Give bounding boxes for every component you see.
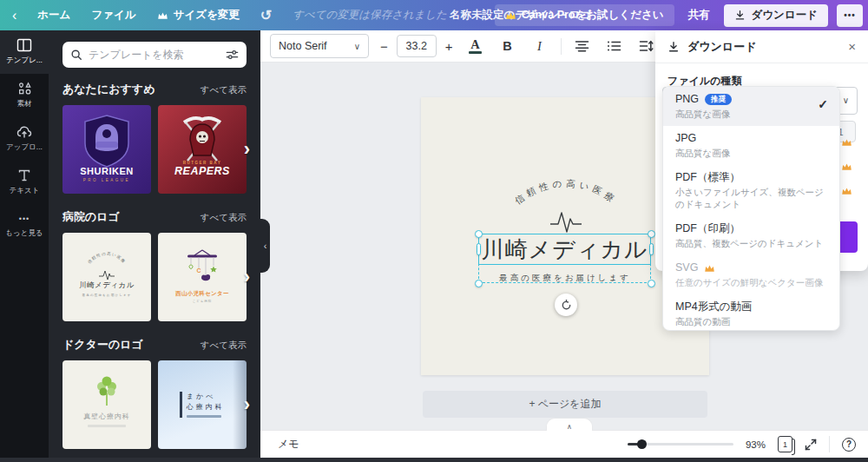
- sidebar-item-uploads[interactable]: アップロ...: [0, 117, 49, 161]
- search-icon: [70, 49, 82, 61]
- search-input[interactable]: [89, 49, 220, 61]
- thumb-title-line1: まかべ: [187, 392, 225, 402]
- thumb-title-line2: 心療内科: [187, 402, 225, 412]
- template-thumb-makabe-tree[interactable]: 真壁心療内科: [62, 360, 151, 449]
- file-type-option-svg[interactable]: SVG 任意のサイズの鮮明なベクター画像: [663, 255, 839, 294]
- font-size-value[interactable]: 33.2: [397, 35, 437, 57]
- list-button[interactable]: [603, 35, 626, 57]
- download-icon: [734, 10, 746, 21]
- fullscreen-button[interactable]: [805, 439, 817, 451]
- italic-button[interactable]: I: [529, 35, 551, 57]
- font-size-decrease-button[interactable]: −: [378, 39, 390, 54]
- thumb-title: 真壁心療内科: [83, 412, 130, 421]
- thumb-title: REAPERS: [174, 165, 230, 177]
- undo-button[interactable]: ↺: [260, 7, 272, 23]
- template-thumb-shuriken[interactable]: SHURIKEN PRO LEAGUE: [62, 105, 151, 194]
- topbar: ‹ ホーム ファイル サイズを変更 ↺ すべての変更は保存されました 名称未設定…: [0, 0, 868, 30]
- save-status: すべての変更は保存されました: [293, 8, 447, 23]
- ellipsis-icon: •••: [19, 213, 30, 225]
- chevron-down-icon: ∨: [843, 96, 849, 105]
- template-thumb-nishiyama[interactable]: C 西山小児科センター こども病院: [158, 233, 247, 321]
- thumb-subtitle: 最高の医療をお届けします: [82, 294, 132, 297]
- carousel-next-icon[interactable]: ›: [244, 393, 250, 416]
- selection-handle-bottom-right[interactable]: [648, 280, 655, 287]
- share-button[interactable]: 共有: [683, 8, 715, 23]
- sidebar-item-text[interactable]: テキスト: [0, 161, 49, 204]
- page-count-button[interactable]: 1: [778, 436, 792, 452]
- statusbar: メモ 93% 1 ?: [260, 430, 868, 458]
- chevron-down-icon: ∨: [354, 42, 360, 51]
- text-selection-box[interactable]: [478, 234, 651, 265]
- selection-handle-top-right[interactable]: [648, 230, 655, 238]
- help-button[interactable]: ?: [842, 438, 856, 452]
- reaper-mascot-art: [158, 110, 247, 164]
- line-spacing-button[interactable]: [635, 35, 658, 57]
- crown-icon: [505, 11, 516, 20]
- selection-handle-top-left[interactable]: [475, 230, 483, 238]
- text-color-button[interactable]: A: [464, 35, 487, 57]
- resize-button[interactable]: サイズを変更: [157, 8, 240, 23]
- try-canva-pro-button[interactable]: Canva Proをお試しください: [495, 4, 674, 26]
- template-search[interactable]: [62, 42, 247, 68]
- download-button[interactable]: ダウンロード: [724, 4, 828, 27]
- rotate-handle[interactable]: [555, 294, 577, 316]
- thumb-subtitle: こども病院: [193, 300, 213, 303]
- selection-handle-bottom-left[interactable]: [475, 280, 483, 287]
- show-all-doctor[interactable]: すべて表示: [201, 340, 247, 352]
- show-all-hospital[interactable]: すべて表示: [201, 212, 247, 224]
- selection-handle-left[interactable]: [477, 243, 481, 255]
- font-select[interactable]: Noto Serif ∨: [270, 34, 369, 58]
- more-options-button[interactable]: •••: [837, 4, 863, 27]
- divider: [561, 38, 562, 55]
- collapse-statusbar-tab[interactable]: ∧: [546, 418, 593, 431]
- kawasaki-logo-art: 信頼性の高い医療: [62, 240, 151, 281]
- thumb-title: 川崎メディカル: [79, 280, 135, 291]
- sidebar-item-templates[interactable]: テンプレ...: [0, 30, 49, 74]
- file-type-option-jpg[interactable]: JPG 高品質な画像: [663, 126, 839, 165]
- doctor-row: 真壁心療内科 まかべ 心療内科 ›: [62, 360, 247, 449]
- premium-crown-icon: [841, 162, 852, 171]
- notes-button[interactable]: メモ: [278, 437, 299, 452]
- premium-crown-icon: [704, 264, 715, 273]
- text-align-button[interactable]: [571, 35, 594, 57]
- selection-handle-right[interactable]: [649, 243, 654, 255]
- hospital-row: 信頼性の高い医療 川崎メディカル 最高の医療をお届けします C 西山小児科センタ…: [62, 233, 247, 321]
- font-size-increase-button[interactable]: +: [444, 39, 455, 54]
- file-type-option-png[interactable]: PNG 推奨 高品質な画像 ✓: [663, 87, 839, 126]
- panel-collapse-button[interactable]: ‹: [260, 219, 270, 273]
- template-thumb-kawasaki[interactable]: 信頼性の高い医療 川崎メディカル 最高の医療をお届けします: [62, 233, 151, 321]
- line-spacing-icon: [639, 40, 654, 52]
- svg-text:信頼性の高い医療: 信頼性の高い医療: [513, 178, 620, 206]
- add-page-button[interactable]: + ページを追加: [423, 391, 707, 418]
- carousel-next-icon[interactable]: ›: [244, 266, 250, 288]
- back-chevron-icon[interactable]: ‹: [12, 9, 16, 23]
- bold-button[interactable]: B: [496, 35, 519, 57]
- download-icon: [667, 41, 680, 53]
- expand-icon: [805, 439, 817, 451]
- templates-icon: [16, 38, 32, 52]
- home-button[interactable]: ホーム: [37, 8, 70, 23]
- show-all-recommended[interactable]: すべて表示: [201, 84, 247, 96]
- premium-crown-icon: [841, 187, 852, 195]
- thumb-title: SHURIKEN: [80, 166, 133, 176]
- template-thumb-reapers[interactable]: RUTGER BAY REAPERS: [158, 105, 247, 194]
- file-type-option-mp4[interactable]: MP4形式の動画 高品質の動画: [663, 294, 839, 331]
- thumb-subtext-decor: [88, 425, 126, 427]
- close-icon[interactable]: ×: [848, 39, 856, 54]
- font-size-stepper: − 33.2 +: [378, 35, 455, 57]
- sidebar-item-elements[interactable]: 素材: [0, 74, 49, 117]
- thumb-subtext-decor: [187, 415, 221, 418]
- thumb-title: 西山小児科センター: [175, 290, 229, 298]
- file-type-option-pdf-standard[interactable]: PDF（標準） 小さいファイルサイズ、複数ページのドキュメント: [663, 165, 839, 216]
- zoom-slider-knob[interactable]: [637, 439, 647, 449]
- bottom-edge-strip: [0, 458, 868, 462]
- sidebar-item-more[interactable]: ••• もっと見る: [0, 204, 49, 248]
- vertical-bar-decor: [180, 392, 182, 418]
- recommended-badge: 推奨: [705, 94, 732, 105]
- carousel-next-icon[interactable]: ›: [244, 138, 250, 161]
- file-menu-button[interactable]: ファイル: [91, 8, 135, 23]
- filter-icon[interactable]: [226, 49, 239, 61]
- template-thumb-makabe-blue[interactable]: まかべ 心療内科: [158, 360, 247, 449]
- zoom-slider[interactable]: [628, 443, 733, 446]
- file-type-option-pdf-print[interactable]: PDF（印刷） 高品質、複数ページのドキュメント: [663, 216, 839, 255]
